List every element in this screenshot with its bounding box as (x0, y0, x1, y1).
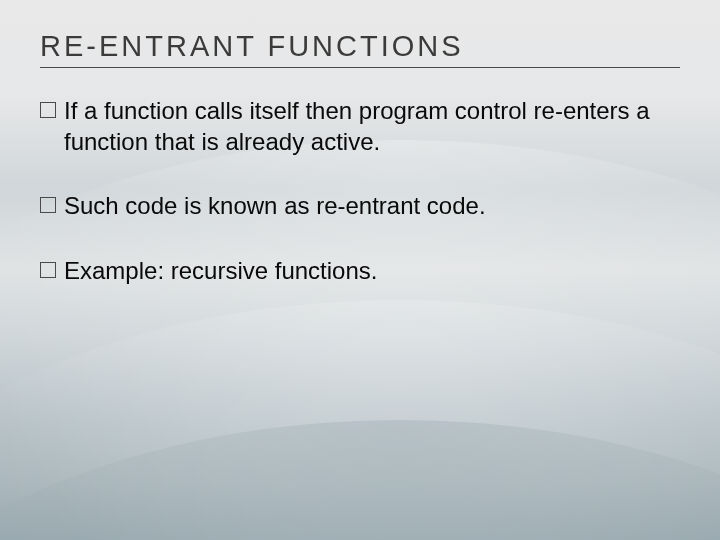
slide: RE-ENTRANT FUNCTIONS If a function calls… (0, 0, 720, 540)
bullet-text: Example: recursive functions. (64, 256, 680, 287)
list-item: Such code is known as re-entrant code. (40, 191, 680, 222)
square-bullet-icon (40, 102, 56, 118)
square-bullet-icon (40, 197, 56, 213)
list-item: Example: recursive functions. (40, 256, 680, 287)
bullet-text: If a function calls itself then program … (64, 96, 680, 157)
page-title: RE-ENTRANT FUNCTIONS (40, 30, 680, 68)
list-item: If a function calls itself then program … (40, 96, 680, 157)
content-body: If a function calls itself then program … (40, 96, 680, 287)
square-bullet-icon (40, 262, 56, 278)
bullet-text: Such code is known as re-entrant code. (64, 191, 680, 222)
